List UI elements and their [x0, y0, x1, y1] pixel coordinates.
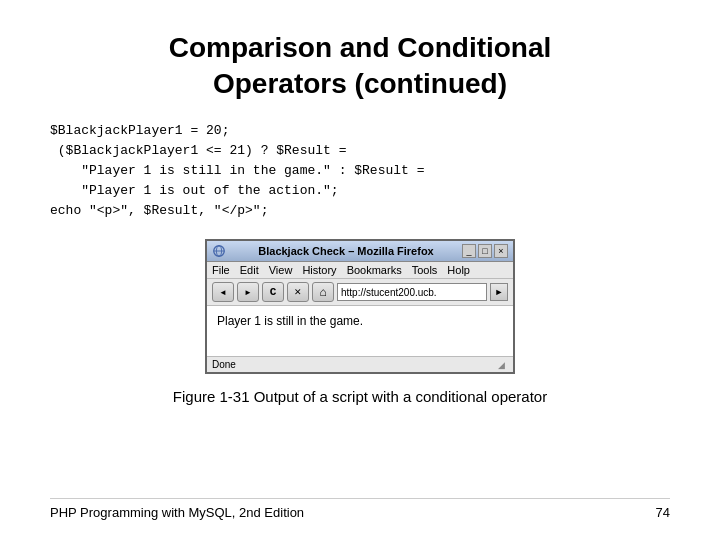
menu-view[interactable]: View — [269, 264, 293, 276]
footer-text: PHP Programming with MySQL, 2nd Edition — [50, 505, 304, 520]
code-block: $BlackjackPlayer1 = 20; ($BlackjackPlaye… — [50, 121, 670, 222]
forward-button[interactable] — [237, 282, 259, 302]
status-text: Done — [212, 359, 236, 370]
menu-tools[interactable]: Tools — [412, 264, 438, 276]
figure-caption: Figure 1-31 Output of a script with a co… — [50, 388, 670, 405]
browser-title: Blackjack Check – Mozilla Firefox — [230, 245, 462, 257]
browser-win-controls: _ □ × — [462, 244, 508, 258]
menu-file[interactable]: File — [212, 264, 230, 276]
browser-statusbar: Done ◢ — [207, 356, 513, 372]
address-bar[interactable] — [337, 283, 487, 301]
browser-container: Blackjack Check – Mozilla Firefox _ □ × … — [50, 239, 670, 374]
slide-title: Comparison and Conditional Operators (co… — [50, 30, 670, 103]
browser-titlebar: Blackjack Check – Mozilla Firefox _ □ × — [207, 241, 513, 262]
title-line2: Operators (continued) — [213, 68, 507, 99]
browser-toolbar: ► — [207, 279, 513, 306]
minimize-button[interactable]: _ — [462, 244, 476, 258]
go-button[interactable]: ► — [490, 283, 508, 301]
home-button[interactable] — [312, 282, 334, 302]
browser-icon — [212, 244, 226, 258]
refresh-button[interactable] — [262, 282, 284, 302]
menu-bookmarks[interactable]: Bookmarks — [347, 264, 402, 276]
maximize-button[interactable]: □ — [478, 244, 492, 258]
menu-help[interactable]: Holp — [447, 264, 470, 276]
back-button[interactable] — [212, 282, 234, 302]
page-output: Player 1 is still in the game. — [217, 314, 363, 328]
browser-window: Blackjack Check – Mozilla Firefox _ □ × … — [205, 239, 515, 374]
menu-edit[interactable]: Edit — [240, 264, 259, 276]
close-button[interactable]: × — [494, 244, 508, 258]
footer: PHP Programming with MySQL, 2nd Edition … — [50, 498, 670, 520]
browser-title-left — [212, 244, 230, 258]
stop-button[interactable] — [287, 282, 309, 302]
resize-handle: ◢ — [498, 360, 508, 370]
footer-page: 74 — [656, 505, 670, 520]
browser-content: Player 1 is still in the game. — [207, 306, 513, 356]
menu-history[interactable]: History — [302, 264, 336, 276]
page: Comparison and Conditional Operators (co… — [0, 0, 720, 540]
browser-menubar: File Edit View History Bookmarks Tools H… — [207, 262, 513, 279]
title-line1: Comparison and Conditional — [169, 32, 552, 63]
